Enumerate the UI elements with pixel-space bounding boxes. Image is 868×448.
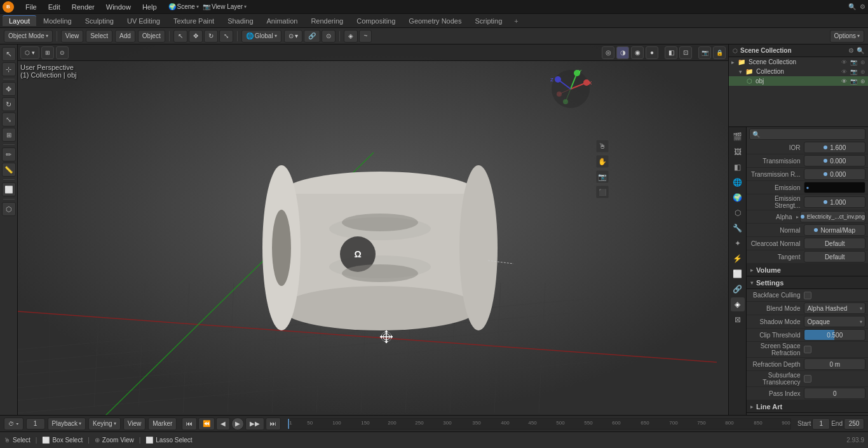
- transport-jump-start[interactable]: ⏮: [182, 417, 197, 430]
- tab-modeling[interactable]: Modeling: [37, 16, 78, 26]
- tab-sculpting[interactable]: Sculpting: [79, 16, 120, 26]
- emission-color-field[interactable]: ●: [804, 182, 865, 193]
- tab-geometry-nodes[interactable]: Geometry Nodes: [402, 16, 468, 26]
- menu-edit[interactable]: Edit: [43, 2, 65, 12]
- tool-measure[interactable]: 📏: [2, 163, 16, 177]
- vis-toggle-2[interactable]: ~: [359, 30, 372, 43]
- tool-annotate[interactable]: ✏: [2, 147, 16, 161]
- vis-toggle-1[interactable]: ◈: [344, 30, 358, 43]
- clearcoat-normal-field[interactable]: Default: [804, 238, 865, 249]
- tab-texture-paint[interactable]: Texture Paint: [167, 16, 220, 26]
- view-layer-selector[interactable]: 📷 View Layer ▾: [203, 3, 247, 10]
- tool-add-cube[interactable]: ⬜: [2, 182, 16, 196]
- outliner-obj-filter[interactable]: ⊛: [860, 78, 865, 85]
- menu-window[interactable]: Window: [101, 2, 136, 12]
- properties-search-bar[interactable]: 🔍: [749, 128, 865, 140]
- tab-uv-editing[interactable]: UV Editing: [121, 16, 166, 26]
- tool-move[interactable]: ✥: [2, 82, 16, 96]
- refraction-depth-field[interactable]: 0 m: [804, 358, 865, 370]
- tab-shading[interactable]: Shading: [221, 16, 259, 26]
- outliner-collection-filter[interactable]: ⊛: [860, 69, 865, 75]
- shadow-mode-select[interactable]: Opaque ▾: [804, 316, 865, 327]
- vp-toggle-overlays[interactable]: ⊞: [41, 46, 54, 59]
- filter-button[interactable]: ⚙: [860, 3, 865, 10]
- world-properties-tab[interactable]: 🌍: [731, 191, 745, 205]
- clip-threshold-slider[interactable]: 0.500: [804, 329, 865, 341]
- menu-help[interactable]: Help: [137, 2, 162, 12]
- outliner-scene-eye[interactable]: 👁: [841, 59, 847, 65]
- constraints-properties-tab[interactable]: ⬜: [731, 267, 745, 281]
- timeline-track[interactable]: 1 50 100 150 200 250 300 350 400 450 500…: [287, 418, 791, 430]
- pass-index-field[interactable]: 0: [804, 388, 865, 399]
- transform-icon-btn[interactable]: ↖: [173, 30, 187, 43]
- viewport-3d[interactable]: ⬡ ▾ ⊞ ⊙ ◎ ◑ ◉ ● ◧ ⊡ 📷 🔒: [18, 44, 728, 415]
- tool-scale[interactable]: ⤡: [2, 112, 16, 126]
- tool-rotate[interactable]: ↻: [2, 97, 16, 111]
- vp-shading-rendered[interactable]: ●: [646, 46, 658, 59]
- outliner-scene-filter[interactable]: ⊛: [860, 59, 865, 65]
- settings-section-header[interactable]: ▾ Settings: [747, 276, 868, 289]
- vp-lock-camera[interactable]: 🔒: [713, 46, 726, 59]
- ior-field[interactable]: 1.600: [804, 142, 865, 153]
- playback-menu[interactable]: Playback ▾: [48, 417, 86, 430]
- alpha-expand-icon[interactable]: ▸: [796, 214, 799, 220]
- vp-editor-type[interactable]: ⬡ ▾: [20, 46, 39, 59]
- outliner-search-btn[interactable]: 🔍: [857, 47, 864, 54]
- alpha-texture-field[interactable]: Electricity_...ct_inv.png: [800, 211, 865, 222]
- object-mode-selector[interactable]: Object Mode ▾: [4, 30, 53, 43]
- transform-space-selector[interactable]: 🌐 Global ▾: [241, 30, 281, 43]
- transport-play-forward[interactable]: ▶▶: [245, 417, 264, 430]
- transmission-r-field[interactable]: 0.000: [804, 168, 865, 180]
- material-properties-tab[interactable]: ◈: [731, 297, 745, 311]
- particles-properties-tab[interactable]: ✦: [731, 236, 745, 250]
- tab-scripting[interactable]: Scripting: [468, 16, 508, 26]
- outliner-collection[interactable]: ▾ 📁 Collection 👁 📷 ⊛: [729, 67, 868, 76]
- menu-render[interactable]: Render: [67, 2, 100, 12]
- tool-select[interactable]: ↖: [2, 47, 16, 61]
- outliner-obj[interactable]: ⬡ obj 👁 📷 ⊛: [729, 76, 868, 86]
- physics-properties-tab[interactable]: ⚡: [731, 252, 745, 266]
- transport-play-reverse[interactable]: ◀: [216, 417, 230, 430]
- vp-shading-wireframe[interactable]: ◎: [602, 46, 614, 59]
- search-button[interactable]: 🔍: [848, 3, 856, 10]
- emission-strength-field[interactable]: 1.000: [804, 196, 865, 208]
- add-menu[interactable]: Add: [115, 30, 135, 43]
- tab-compositing[interactable]: Compositing: [350, 16, 402, 26]
- outliner-obj-camera[interactable]: 📷: [850, 78, 857, 85]
- tab-layout[interactable]: Layout: [3, 15, 36, 26]
- snap-toggle[interactable]: 🔗: [304, 30, 320, 43]
- outliner-collection-eye[interactable]: 👁: [841, 69, 847, 75]
- vp-shading-material[interactable]: ◉: [631, 46, 644, 59]
- vp-camera-view[interactable]: 📷: [698, 46, 711, 59]
- scene-properties-tab[interactable]: 🌐: [731, 175, 745, 189]
- rotate-icon-btn[interactable]: ↻: [204, 30, 218, 43]
- backface-culling-checkbox[interactable]: [804, 292, 811, 299]
- output-properties-tab[interactable]: 🖼: [731, 145, 745, 159]
- outliner-collection-camera[interactable]: 📷: [850, 69, 857, 75]
- pivot-selector[interactable]: ⊙ ▾: [284, 30, 303, 43]
- vp-viewport-options[interactable]: ⊡: [679, 46, 692, 59]
- modifier-properties-tab[interactable]: 🔧: [731, 221, 745, 235]
- transport-jump-prev[interactable]: ⏪: [198, 417, 215, 430]
- vp-shading-solid[interactable]: ◑: [616, 46, 629, 59]
- tool-transform[interactable]: ⊞: [2, 128, 16, 142]
- tool-cursor[interactable]: ⊹: [2, 62, 16, 76]
- start-frame-field[interactable]: 1: [812, 418, 830, 430]
- subsurface-translucency-checkbox[interactable]: [804, 375, 811, 383]
- vp-toggle-xray[interactable]: ◧: [665, 46, 677, 59]
- vp-toggle-gizmos[interactable]: ⊙: [56, 46, 69, 59]
- outliner-obj-eye[interactable]: 👁: [841, 78, 847, 85]
- outliner-scene-collection[interactable]: ▸ 📁 Scene Collection 👁 📷 ⊛: [729, 57, 868, 67]
- volume-section-header[interactable]: ▸ Volume: [747, 264, 868, 276]
- transport-jump-end[interactable]: ⏭: [266, 417, 281, 430]
- marker-menu[interactable]: Marker: [148, 417, 177, 430]
- screen-space-refraction-checkbox[interactable]: [804, 346, 811, 353]
- outliner-filter-btn[interactable]: ⚙: [848, 47, 854, 54]
- object-properties-tab[interactable]: ⬡: [731, 206, 745, 220]
- proportional-edit[interactable]: ⊙: [322, 30, 336, 43]
- add-workspace-tab[interactable]: +: [509, 16, 523, 26]
- tool-extra[interactable]: ⬡: [2, 202, 16, 216]
- tab-animation[interactable]: Animation: [261, 16, 304, 26]
- outliner-scene-camera[interactable]: 📷: [850, 59, 857, 65]
- object-menu[interactable]: Object: [138, 30, 165, 43]
